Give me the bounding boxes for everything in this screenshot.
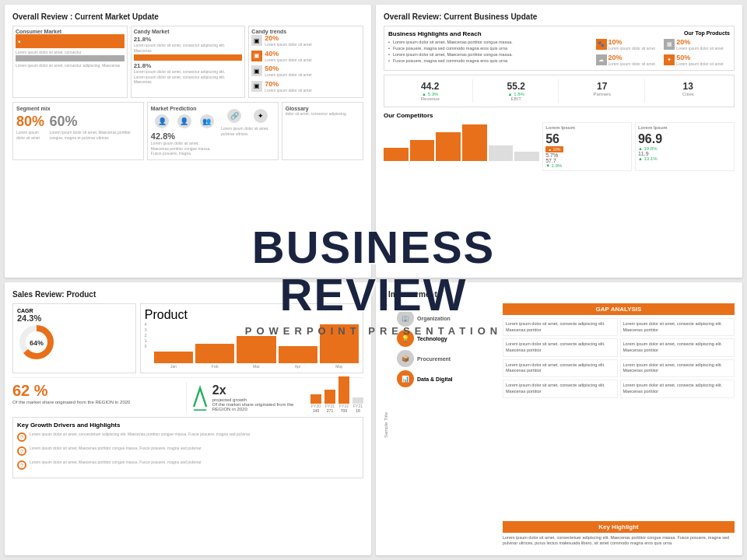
sample-title: Sample Title: [384, 303, 395, 547]
main-grid: Overall Review : Current Market Update C…: [0, 0, 747, 560]
key-icon-3: ?: [17, 460, 26, 470]
mini-bar-chart: FY20 140 FY21 271 FY22 700: [310, 382, 363, 413]
slide-4: : Improvement Sample Title 🏢 Organizatio…: [376, 282, 742, 555]
bullet-1: Lorem ipsum dolor sit amet, Maecenas por…: [388, 40, 590, 44]
segment-block: Segment mix 80% Lorem ipsum dolor sit am…: [12, 102, 144, 160]
network-icon: 🔗: [227, 109, 241, 123]
orange-bar-1: ■: [16, 34, 124, 48]
growth-stat: 2x projected growth Of the market share …: [191, 382, 364, 413]
bar-jan: Jan: [154, 352, 193, 369]
product-icon-1: 🐾: [596, 39, 607, 50]
org-icon: 🏢: [397, 310, 414, 327]
top-products-grid: 🐾 10% Lorem ipsum dolor sit amet ▦ 20% L…: [596, 38, 730, 66]
donut-chart: 64%: [17, 323, 56, 362]
metric-partners: 17 Partners: [560, 79, 645, 103]
metric-cities: 13 Cities: [647, 79, 731, 103]
key-item-3: ? Lorem ipsum dolor sit amet, Maecenas p…: [17, 460, 359, 470]
cagr-block: CAGR 24.3% 64%: [12, 303, 136, 373]
growth-arrow: [191, 382, 209, 413]
comp-bar-4: [462, 124, 487, 162]
candy-icon-1: ▣: [251, 35, 262, 46]
metric-revenue: 44.2 ▲ 5.3% Revenue: [388, 79, 473, 103]
glossary-block: Glossary dolor sit amet, consectur adipi…: [282, 102, 363, 160]
bar-may: May: [320, 324, 359, 369]
gap-analysis-header: GAP ANALYSIS: [503, 303, 735, 315]
candy-icon-4: ▣: [251, 81, 262, 92]
gap-cell-2-2: Lorem ipsum dolor sit amet, consecte adi…: [620, 338, 735, 356]
product-4: ✦ 50% Lorem ipsum dolor sit amet: [664, 54, 730, 67]
product-3: ☁ 20% Lorem ipsum dolor sit amet: [596, 54, 662, 67]
product-icon-2: ▦: [664, 39, 675, 50]
bullet-2: Fusce posuere, magna sed commodo magna e…: [388, 46, 590, 51]
bar-mar: Mar: [237, 336, 275, 369]
slide1-row1: Consumer Market ■ Lorem ipsum dolor sit …: [12, 26, 363, 98]
key-growth-block: Key Growth Drivers and Highlights ? Lore…: [12, 417, 363, 478]
slide4-title: : Improvement: [384, 290, 735, 299]
key-icon-2: ?: [17, 446, 26, 456]
key-highlight-text: Lorem ipsum dolor sit amet, consectetuer…: [503, 535, 735, 547]
competitors-title: Our Competitors: [384, 112, 735, 119]
slide-3: Sales Review: Product CAGR 24.3% 64% Pro…: [5, 282, 371, 555]
candy-market-block: Candy Market 21.8% Lorem ipsum dolor sit…: [131, 26, 246, 98]
gap-cell-4-2: Lorem ipsum dolor sit amet, consecte adi…: [620, 380, 735, 397]
top-products-title: Our Top Products: [596, 30, 730, 36]
key-item-2: ? Lorem ipsum dolor sit amet, Maecenas p…: [17, 446, 359, 456]
market-pred-block: Market Prediction 👤 👤 👥 42.8% Lorem ipsu…: [147, 102, 279, 160]
consumer-market-block: Consumer Market ■ Lorem ipsum dolor sit …: [12, 26, 128, 98]
slide-1: Overall Review : Current Market Update C…: [5, 5, 371, 278]
metric-ebit: 55.2 ▲ 1.8% EBIT: [475, 79, 559, 103]
comp-bar-1: [384, 148, 409, 162]
gap-cell-3-1: Lorem ipsum dolor sit amet, consecte adi…: [503, 359, 618, 377]
key-item-1: ? Lorem ipsum dolor sit amet, consectetu…: [17, 432, 359, 442]
comp-bar-3: [436, 132, 461, 162]
imp-row-org: 🏢 Organization: [397, 310, 500, 327]
candy-item-4: ▣ 70% Lorem ipsum dolor sit amet: [251, 80, 360, 93]
candy-trends-block: Candy trends ▣ 20% Lorem ipsum dolor sit…: [248, 26, 363, 98]
data-icon: 📊: [397, 370, 414, 387]
bar-feb: Feb: [195, 344, 234, 369]
candy-icon-3: ▣: [251, 65, 262, 76]
imp-row-proc: 📦 Procurement: [397, 350, 500, 367]
slide-2: Overall Review: Current Business Update …: [376, 5, 742, 278]
comp-bar-5: [489, 145, 514, 161]
key-icon-1: ?: [17, 432, 26, 442]
candy-item-1: ▣ 20% Lorem ipsum dolor sit amet: [251, 34, 360, 47]
key-highlight-label: Key Highlight: [503, 521, 735, 533]
product-icon-3: ☁: [596, 54, 607, 65]
candy-item-3: ▣ 50% Lorem ipsum dolor sit amet: [251, 65, 360, 78]
market-share-stat: 62 % Of the market share originated from…: [12, 382, 187, 413]
comp-bar-2: [410, 140, 435, 162]
competitors-grid: Lorem Ipsum 56 ▲ 10% 5.7% 57.7 ▼ 1.9% Lo…: [384, 122, 735, 171]
product-1: 🐾 10% Lorem ipsum dolor sit amet: [596, 38, 662, 51]
highlights-left: Business Highlights and Reach Lorem ipsu…: [388, 30, 590, 66]
comp-col-lorem: Lorem Ipsum 56 ▲ 10% 5.7% 57.7 ▼ 1.9%: [542, 122, 632, 171]
metrics-row: 44.2 ▲ 5.3% Revenue 55.2 ▲ 1.8% EBIT 17 …: [384, 75, 735, 107]
bullet-3: Lorem ipsum dolor sit amet, Maecenas por…: [388, 52, 590, 57]
person-icon-2: 👤: [177, 114, 191, 128]
slide2-title: Overall Review: Current Business Update: [384, 12, 735, 21]
highlights-right: Our Top Products 🐾 10% Lorem ipsum dolor…: [596, 30, 730, 66]
person-icon-3: 👥: [200, 114, 214, 128]
bar-chart-block: Product 4 3 2 1 0 Jan Feb: [140, 303, 363, 373]
comp-bar-6: [514, 152, 539, 162]
slide1-title: Overall Review : Current Market Update: [12, 12, 363, 21]
imp-row-tech: 💡 Technology: [397, 330, 500, 347]
star-icon: ✦: [254, 109, 268, 123]
comp-col-lorem2: Lorem Ipsum 96.9 ▲ 19.8% 11.9 ▲ 13.1%: [635, 122, 735, 171]
slide1-row2: Segment mix 80% Lorem ipsum dolor sit am…: [12, 102, 363, 160]
bullet-4: Fusce posuere, magna sed commodo magna e…: [388, 58, 590, 63]
gap-cell-2-1: Lorem ipsum dolor sit amet, consecte adi…: [503, 338, 618, 356]
tech-icon: 💡: [397, 330, 414, 347]
product-2: ▦ 20% Lorem ipsum dolor sit amet: [664, 38, 730, 51]
product-icon-4: ✦: [664, 54, 675, 65]
candy-item-2: ▣ 40% Lorem ipsum dolor sit amet: [251, 50, 360, 63]
gap-cell-4-1: Lorem ipsum dolor sit amet, consecte adi…: [503, 380, 618, 397]
gap-cell-1-1: Lorem ipsum dolor sit amet, consecte adi…: [503, 318, 618, 336]
bar-apr: Apr: [279, 346, 317, 369]
imp-row-data: 📊 Data & Digital: [397, 370, 500, 387]
candy-icon-2: ▣: [251, 51, 262, 61]
gap-cell-1-2: Lorem ipsum dolor sit amet, consecte adi…: [620, 318, 735, 336]
slide3-title: Sales Review: Product: [12, 290, 363, 299]
person-icon-1: 👤: [155, 114, 169, 128]
proc-icon: 📦: [397, 350, 414, 367]
